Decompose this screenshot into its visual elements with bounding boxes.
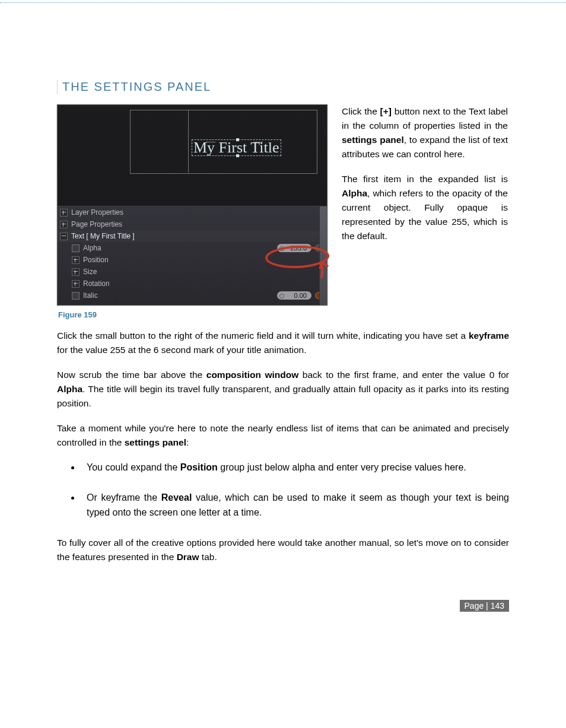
italic-value-field[interactable]: 0.00 [277, 291, 311, 300]
properties-panel: Layer Properties Page Properties Text [ … [58, 206, 327, 305]
alpha-row[interactable]: Alpha 255.0 [58, 242, 327, 254]
text-bold: [+] [380, 106, 392, 116]
text-item-row[interactable]: Text [ My First Title ] [58, 230, 327, 242]
property-icon [72, 244, 80, 252]
text: for the value 255 at the 6 second mark o… [57, 345, 306, 355]
text-bold: Reveal [161, 492, 192, 503]
row-label: Size [83, 268, 97, 276]
expand-icon[interactable] [72, 256, 80, 264]
property-icon [72, 292, 80, 300]
row-label: Italic [83, 291, 98, 300]
figure-wrap: My First Title Layer Properties Page Pro… [57, 104, 326, 322]
text-bold: settings panel [125, 437, 186, 447]
aside-paragraph: The first item in the expanded list is A… [342, 172, 508, 243]
text: Or keyframe the [87, 492, 161, 503]
row-label: Layer Properties [71, 208, 123, 217]
aside-paragraph: Click the [+] button next to the Text la… [342, 104, 508, 161]
row-label: Alpha [83, 244, 101, 252]
list-item: Or keyframe the Reveal value, which can … [81, 491, 509, 520]
text: Now scrub the time bar above the [57, 370, 206, 380]
composition-title-text[interactable]: My First Title [192, 139, 281, 156]
text: Page | [465, 601, 491, 611]
section-heading: THE SETTINGS PANEL [57, 80, 509, 94]
row-label: Page Properties [71, 220, 122, 228]
rotation-row[interactable]: Rotation [58, 278, 327, 290]
paragraph: Click the small button to the right of t… [57, 329, 509, 357]
row-label: Text [ My First Title ] [71, 232, 135, 240]
settings-panel-screenshot: My First Title Layer Properties Page Pro… [57, 104, 327, 306]
text: group just below alpha and enter very pr… [218, 462, 466, 472]
text: To fully cover all of the creative optio… [57, 538, 509, 562]
page: THE SETTINGS PANEL My First Title Layer … [0, 2, 566, 647]
paragraph: Now scrub the time bar above the composi… [57, 368, 509, 411]
text: : [186, 437, 189, 447]
italic-row[interactable]: Italic 0.00 [58, 290, 327, 301]
bullet-list: You could expand the Position group just… [81, 460, 509, 520]
composition-window: My First Title [58, 105, 327, 206]
text-bold: settings panel [342, 135, 404, 145]
text: You could expand the [87, 462, 180, 472]
row-label: Rotation [83, 279, 110, 288]
row-label: Position [83, 256, 109, 264]
text-bold: Position [180, 462, 218, 472]
text: Click the small button to the right of t… [57, 330, 469, 341]
aside-text: Click the [+] button next to the Text la… [342, 104, 508, 322]
text: The first item in the expanded list is [342, 174, 508, 184]
composition-divider [188, 110, 189, 173]
expand-icon[interactable] [60, 209, 68, 217]
layer-properties-row[interactable]: Layer Properties [58, 206, 327, 218]
size-row[interactable]: Size [58, 266, 327, 278]
text: back to the first frame, and enter the v… [298, 370, 509, 380]
page-properties-row[interactable]: Page Properties [58, 218, 327, 230]
page-number-badge: Page | 143 [460, 600, 509, 612]
expand-icon[interactable] [72, 268, 80, 276]
text-bold: Alpha [342, 188, 367, 198]
text-bold: Alpha [57, 384, 82, 394]
expand-icon[interactable] [60, 221, 68, 228]
page-number: 143 [491, 601, 504, 611]
paragraph: Take a moment while you're here to note … [57, 421, 509, 450]
text-bold: Draw [177, 552, 199, 562]
text: Click the [342, 106, 380, 116]
text-bold: composition window [206, 370, 299, 380]
expand-icon[interactable] [72, 280, 80, 288]
text: . The title will begin its travel fully … [57, 384, 509, 408]
position-row[interactable]: Position [58, 254, 327, 266]
paragraph: To fully cover all of the creative optio… [57, 536, 509, 564]
page-footer: Page | 143 [57, 600, 509, 612]
alpha-value-field[interactable]: 255.0 [277, 244, 311, 252]
text-bold: keyframe [469, 330, 509, 341]
figure-caption: Figure 159 [58, 310, 326, 319]
text: tab. [199, 552, 217, 562]
figure-row: My First Title Layer Properties Page Pro… [57, 104, 509, 322]
list-item: You could expand the Position group just… [81, 460, 509, 475]
collapse-icon[interactable] [60, 233, 68, 240]
scrollbar[interactable] [319, 206, 327, 305]
